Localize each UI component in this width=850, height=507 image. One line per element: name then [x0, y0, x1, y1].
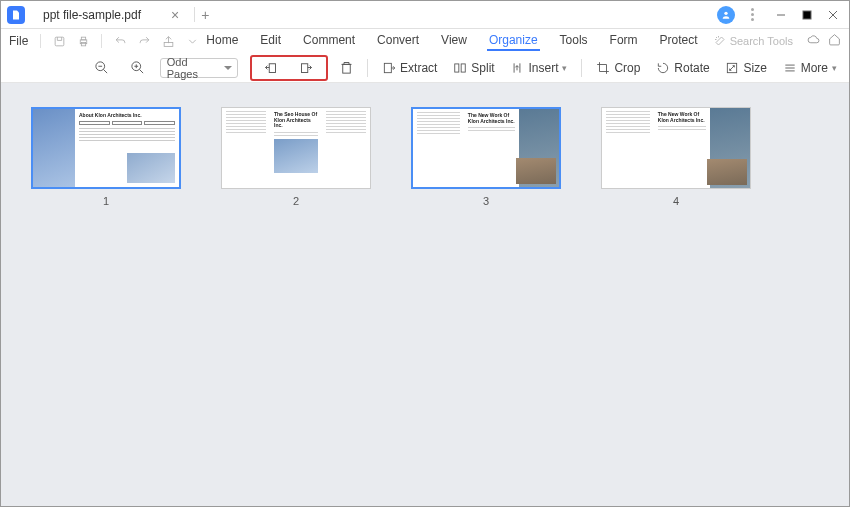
page-thumb-wrap: About Klon Architects Inc. 1 — [31, 107, 181, 207]
svg-rect-8 — [81, 42, 85, 45]
thumbnails-workspace: About Klon Architects Inc. 1 The Seo Hou… — [1, 83, 849, 506]
size-label: Size — [743, 61, 766, 75]
redo-icon[interactable] — [135, 32, 153, 50]
close-tab-icon[interactable]: × — [171, 7, 179, 23]
slide-title: The New Work Of Klon Architects Inc. — [658, 112, 706, 123]
tab-title: ppt file-sample.pdf — [43, 8, 141, 22]
page-number: 4 — [673, 195, 679, 207]
slide-title: About Klon Architects Inc. — [79, 113, 175, 119]
rotate-left-icon[interactable] — [260, 57, 282, 79]
share-icon[interactable] — [159, 32, 177, 50]
app-logo — [7, 6, 25, 24]
save-icon[interactable] — [50, 32, 68, 50]
svg-rect-17 — [270, 64, 276, 73]
rotate-button[interactable]: Rotate — [652, 56, 713, 80]
page-thumb[interactable]: The Seo House Of Klon Architects Inc. — [221, 107, 371, 189]
chevron-down-icon[interactable] — [183, 32, 201, 50]
svg-rect-19 — [343, 64, 351, 73]
tab-protect[interactable]: Protect — [658, 31, 700, 51]
titlebar: ppt file-sample.pdf × + — [1, 1, 849, 29]
main-menu-tabs: Home Edit Comment Convert View Organize … — [204, 31, 699, 51]
tab-organize[interactable]: Organize — [487, 31, 540, 51]
organize-toolbar: Odd Pages Extract Split Insert ▾ Crop Ro… — [1, 53, 849, 83]
crop-icon — [596, 61, 610, 75]
tab-comment[interactable]: Comment — [301, 31, 357, 51]
extract-icon — [382, 61, 396, 75]
tab-edit[interactable]: Edit — [258, 31, 283, 51]
more-icon — [783, 61, 797, 75]
user-avatar[interactable] — [717, 6, 735, 24]
kebab-menu-icon[interactable] — [745, 8, 759, 21]
page-filter-select[interactable]: Odd Pages — [160, 58, 238, 78]
tab-tools[interactable]: Tools — [558, 31, 590, 51]
svg-rect-21 — [455, 63, 459, 71]
insert-icon — [510, 61, 524, 75]
page-thumb[interactable]: The New Work Of Klon Architects Inc. — [601, 107, 751, 189]
svg-rect-20 — [384, 63, 391, 72]
rotate-icon — [656, 61, 670, 75]
split-label: Split — [471, 61, 494, 75]
rotate-highlight-box — [250, 55, 328, 81]
rotate-right-icon[interactable] — [296, 57, 318, 79]
svg-line-14 — [139, 69, 143, 73]
page-thumb-wrap: The New Work Of Klon Architects Inc. 4 — [601, 107, 751, 207]
print-icon[interactable] — [74, 32, 92, 50]
tab-home[interactable]: Home — [204, 31, 240, 51]
window-minimize-button[interactable] — [771, 5, 791, 25]
tab-convert[interactable]: Convert — [375, 31, 421, 51]
search-tools[interactable]: Search Tools — [714, 35, 793, 47]
more-button[interactable]: More ▾ — [779, 56, 841, 80]
tab-view[interactable]: View — [439, 31, 469, 51]
zoom-in-icon[interactable] — [126, 57, 148, 79]
search-tools-placeholder: Search Tools — [730, 35, 793, 47]
window-close-button[interactable] — [823, 5, 843, 25]
svg-rect-18 — [302, 64, 308, 73]
home-icon[interactable] — [828, 33, 841, 49]
rotate-label: Rotate — [674, 61, 709, 75]
slide-title: The New Work Of Klon Architects Inc. — [468, 113, 515, 124]
extract-button[interactable]: Extract — [378, 56, 441, 80]
wand-icon — [714, 35, 726, 47]
insert-button[interactable]: Insert ▾ — [506, 56, 571, 80]
page-thumb-wrap: The Seo House Of Klon Architects Inc. 2 — [221, 107, 371, 207]
page-number: 1 — [103, 195, 109, 207]
cloud-icon[interactable] — [807, 33, 820, 49]
new-tab-button[interactable]: + — [201, 7, 209, 23]
crop-button[interactable]: Crop — [592, 56, 644, 80]
tab-form[interactable]: Form — [608, 31, 640, 51]
svg-rect-5 — [55, 37, 64, 46]
svg-rect-7 — [81, 37, 85, 40]
menubar: File Home Edit Comment Convert View Orga… — [1, 29, 849, 53]
split-icon — [453, 61, 467, 75]
split-button[interactable]: Split — [449, 56, 498, 80]
page-thumb[interactable]: About Klon Architects Inc. — [31, 107, 181, 189]
page-filter-value: Odd Pages — [167, 56, 221, 80]
delete-icon[interactable] — [336, 57, 358, 79]
page-number: 3 — [483, 195, 489, 207]
zoom-out-icon[interactable] — [91, 57, 113, 79]
size-button[interactable]: Size — [721, 56, 770, 80]
more-label: More — [801, 61, 828, 75]
size-icon — [725, 61, 739, 75]
file-menu[interactable]: File — [9, 34, 28, 48]
extract-label: Extract — [400, 61, 437, 75]
document-tab[interactable]: ppt file-sample.pdf × — [33, 1, 189, 28]
window-maximize-button[interactable] — [797, 5, 817, 25]
svg-rect-9 — [164, 42, 173, 46]
page-thumb[interactable]: The New Work Of Klon Architects Inc. — [411, 107, 561, 189]
svg-rect-2 — [803, 11, 811, 19]
svg-point-0 — [724, 11, 727, 14]
insert-label: Insert — [528, 61, 558, 75]
crop-label: Crop — [614, 61, 640, 75]
slide-title: The Seo House Of Klon Architects Inc. — [274, 112, 318, 129]
svg-line-11 — [104, 69, 108, 73]
page-thumb-wrap: The New Work Of Klon Architects Inc. 3 — [411, 107, 561, 207]
undo-icon[interactable] — [111, 32, 129, 50]
svg-rect-22 — [461, 63, 465, 71]
page-number: 2 — [293, 195, 299, 207]
